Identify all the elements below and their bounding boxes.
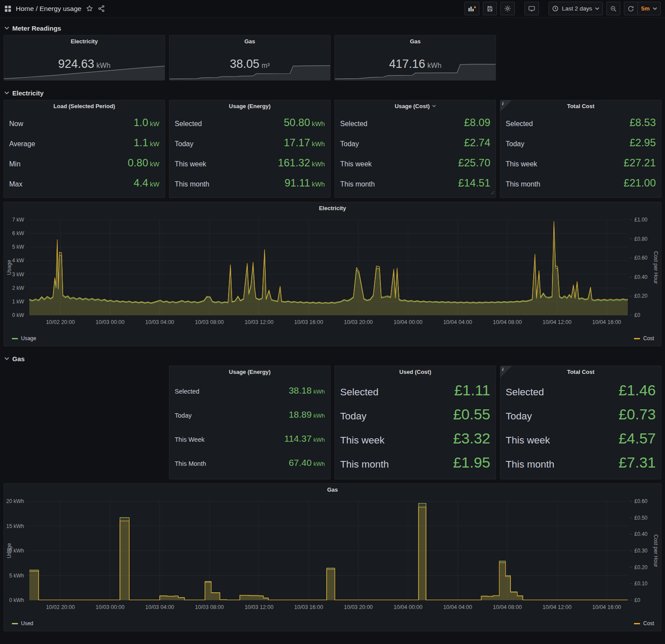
svg-text:10/04 16:00: 10/04 16:00 (592, 604, 621, 610)
legend-label: Used (21, 620, 33, 626)
stat-unit: kWh (313, 388, 325, 395)
stat-value: 17.17kWh (284, 137, 325, 149)
stat-unit: kWh (313, 461, 325, 467)
panel-title[interactable]: Usage (Cost) (335, 100, 496, 112)
stat-row: This month91.11kWh (175, 177, 325, 189)
panel-title[interactable]: Gas (169, 35, 330, 47)
dashboard-settings-button[interactable] (500, 2, 515, 15)
panel-title[interactable]: Electricity (4, 202, 661, 214)
gas-chart-canvas[interactable]: 0 kWh5 kWh10 kWh15 kWh20 kWh10/02 20:001… (4, 495, 660, 619)
time-range-picker[interactable]: Last 2 days (549, 2, 603, 15)
stat-value: 114.37kWh (284, 433, 325, 444)
svg-text:20 kWh: 20 kWh (6, 498, 24, 504)
svg-text:£0.50: £0.50 (634, 515, 647, 521)
stat-value: £3.32 (453, 430, 490, 447)
svg-text:4 kW: 4 kW (12, 257, 25, 264)
panel-title[interactable]: Electricity (4, 35, 165, 47)
stat-panel-usage-energy-: Usage (Energy)Selected38.18kWhToday18.89… (169, 366, 331, 479)
empty-grid-slot (500, 35, 661, 81)
section-header-gas[interactable]: Gas (4, 352, 661, 366)
meter-value: 417.16kWh (335, 57, 496, 71)
legend-item-used[interactable]: Used (12, 620, 33, 626)
add-panel-button[interactable] (464, 2, 479, 15)
zoom-out-button[interactable] (606, 2, 620, 15)
electricity-chart[interactable]: 0 kW1 kW2 kW3 kW4 kW5 kW6 kW7 kW10/02 20… (4, 214, 661, 334)
svg-text:10/03 00:00: 10/03 00:00 (95, 604, 124, 610)
save-dashboard-button[interactable] (483, 2, 497, 15)
svg-text:10/03 20:00: 10/03 20:00 (344, 604, 373, 610)
stat-label: Today (506, 411, 532, 422)
legend-color-dash (12, 338, 18, 339)
stat-unit: kW (150, 181, 159, 188)
stat-value: 0.80kW (128, 157, 159, 169)
stat-value: £7.31 (619, 454, 656, 471)
stat-value: £21.00 (624, 177, 656, 189)
refresh-interval-select[interactable]: 5m (638, 2, 661, 15)
time-range-label: Last 2 days (562, 5, 592, 12)
panel-title[interactable]: Total Cost (500, 366, 661, 377)
svg-text:10/04 16:00: 10/04 16:00 (592, 319, 621, 325)
breadcrumb[interactable]: Home / Energy usage (16, 5, 81, 13)
legend-item-usage[interactable]: Usage (12, 335, 36, 341)
stat-row: Today18.89kWh (175, 409, 325, 420)
legend-item-cost[interactable]: Cost (634, 620, 654, 626)
stat-label: This Month (175, 460, 206, 467)
dashboard-body: Meter Readings Electricity924.63kWhGas38… (0, 18, 665, 635)
stat-row: This week£27.21 (506, 157, 656, 169)
panel-title[interactable]: Usage (Energy) (169, 100, 330, 112)
svg-text:0 kW: 0 kW (12, 312, 25, 318)
panel-title[interactable]: Gas (335, 35, 496, 47)
svg-text:£1.00: £1.00 (634, 217, 647, 223)
clock-icon (552, 5, 559, 12)
panel-resize-handle[interactable] (490, 189, 495, 197)
stat-label: Average (9, 140, 35, 148)
gas-chart[interactable]: 0 kWh5 kWh10 kWh15 kWh20 kWh10/02 20:001… (4, 495, 661, 619)
tv-mode-button[interactable] (524, 2, 539, 15)
stat-value: £4.57 (619, 430, 656, 447)
apps-grid-icon[interactable] (4, 5, 11, 12)
svg-text:£0.20: £0.20 (634, 564, 647, 570)
panel-title[interactable]: Usage (Energy) (169, 366, 330, 377)
stat-rows: Selected£8.09Today£2.74This week£25.70Th… (335, 112, 496, 197)
stat-label: Today (340, 140, 359, 148)
stat-label: This month (506, 180, 540, 188)
stat-label: Selected (506, 120, 533, 128)
svg-text:10/04 00:00: 10/04 00:00 (394, 604, 422, 610)
section-title: Gas (12, 355, 25, 362)
svg-text:10/03 04:00: 10/03 04:00 (145, 319, 174, 325)
stat-panel-load-selected-period-: Load (Selected Period)Now1.0kWAverage1.1… (4, 100, 165, 198)
panel-title[interactable]: Used (Cost) (335, 366, 496, 377)
star-icon[interactable] (86, 5, 93, 12)
svg-text:10/03 16:00: 10/03 16:00 (294, 319, 323, 325)
svg-text:Usage: Usage (6, 260, 12, 275)
section-header-meter-readings[interactable]: Meter Readings (4, 21, 661, 35)
panel-title[interactable]: Gas (4, 484, 661, 495)
svg-text:£0.30: £0.30 (634, 548, 647, 554)
svg-text:10/03 04:00: 10/03 04:00 (145, 604, 174, 610)
electricity-chart-canvas[interactable]: 0 kW1 kW2 kW3 kW4 kW5 kW6 kW7 kW10/02 20… (4, 214, 660, 334)
legend-item-cost[interactable]: Cost (634, 335, 654, 341)
info-corner-icon[interactable]: i (500, 366, 512, 377)
legend-color-dash (12, 623, 18, 624)
stat-row: Min0.80kW (9, 157, 159, 169)
panel-title[interactable]: Total Cost (500, 100, 661, 112)
svg-text:10/03 08:00: 10/03 08:00 (195, 604, 224, 610)
share-icon[interactable] (98, 5, 105, 12)
electricity-chart-panel: Electricity0 kW1 kW2 kW3 kW4 kW5 kW6 kW7… (4, 202, 661, 346)
stat-unit: kWh (312, 120, 325, 127)
stat-label: Selected (340, 387, 379, 398)
panel-menu-chevron-icon[interactable] (432, 105, 436, 107)
stat-rows: Selected38.18kWhToday18.89kWhThis Week11… (169, 377, 330, 479)
panel-title[interactable]: Load (Selected Period) (4, 100, 165, 112)
stat-rows: Selected£8.53Today£2.95This week£27.21Th… (500, 112, 661, 197)
svg-text:10/04 08:00: 10/04 08:00 (493, 319, 522, 325)
refresh-button[interactable] (624, 2, 638, 15)
svg-text:1 kW: 1 kW (12, 299, 25, 305)
meter-value-number: 417.16 (389, 57, 426, 70)
info-corner-icon[interactable]: i (500, 100, 512, 112)
svg-text:£0.40: £0.40 (634, 274, 647, 280)
stat-row: Today£2.74 (340, 137, 490, 149)
stat-row: Today17.17kWh (175, 137, 325, 149)
section-header-electricity[interactable]: Electricity (4, 86, 661, 100)
stat-row: This month£14.51 (340, 177, 490, 189)
